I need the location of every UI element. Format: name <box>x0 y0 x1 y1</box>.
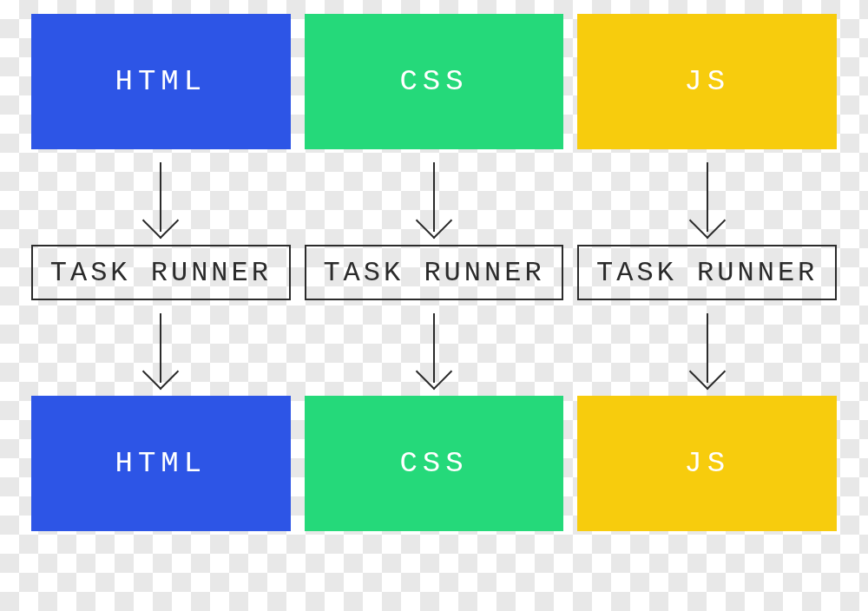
arrow-down-icon <box>31 300 291 396</box>
column-html: HTML TASK RUNNER HTML <box>31 14 291 597</box>
output-label-css: CSS <box>399 447 468 480</box>
output-block-html: HTML <box>31 396 291 531</box>
output-label-html: HTML <box>115 447 207 480</box>
input-block-js: JS <box>577 14 837 149</box>
arrow-down-icon <box>305 300 564 396</box>
task-runner-js: TASK RUNNER <box>577 245 837 300</box>
input-label-css: CSS <box>399 65 468 98</box>
task-runner-html: TASK RUNNER <box>31 245 291 300</box>
runner-label-html: TASK RUNNER <box>50 257 272 289</box>
arrow-down-icon <box>577 300 837 396</box>
output-block-css: CSS <box>305 396 564 531</box>
arrow-down-icon <box>577 149 837 245</box>
task-runner-css: TASK RUNNER <box>305 245 564 300</box>
runner-label-js: TASK RUNNER <box>596 257 818 289</box>
arrow-down-icon <box>31 149 291 245</box>
input-label-js: JS <box>684 65 730 98</box>
input-block-html: HTML <box>31 14 291 149</box>
column-js: JS TASK RUNNER JS <box>577 14 837 597</box>
input-block-css: CSS <box>305 14 564 149</box>
input-label-html: HTML <box>115 65 207 98</box>
output-block-js: JS <box>577 396 837 531</box>
runner-label-css: TASK RUNNER <box>323 257 544 289</box>
task-runner-diagram: HTML TASK RUNNER HTML CSS TASK RUNNER CS… <box>31 14 837 597</box>
arrow-down-icon <box>305 149 564 245</box>
column-css: CSS TASK RUNNER CSS <box>305 14 564 597</box>
output-label-js: JS <box>684 447 730 480</box>
